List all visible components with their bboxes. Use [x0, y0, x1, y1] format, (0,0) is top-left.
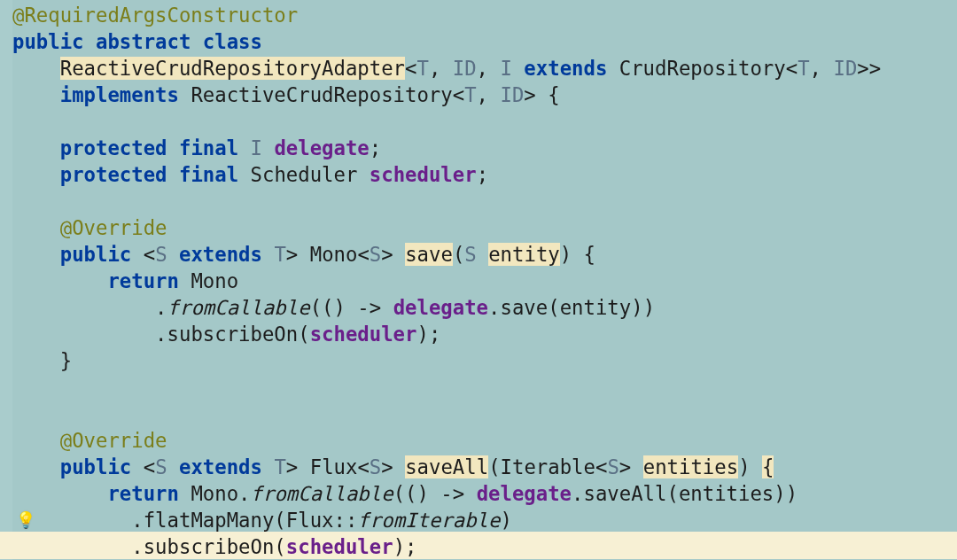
- keyword-extends: extends: [179, 243, 262, 266]
- paren-close: ): [416, 323, 428, 346]
- space: [393, 243, 405, 266]
- keyword-extends: extends: [524, 57, 607, 80]
- annotation: @Override: [60, 429, 167, 452]
- type-param: ID: [453, 57, 477, 80]
- paren-close: ): [774, 482, 785, 505]
- keyword-extends: extends: [179, 455, 262, 478]
- type-ref: Flux: [310, 455, 358, 478]
- type-param: ID: [500, 83, 524, 106]
- method-call: fromCallable: [167, 296, 310, 319]
- angle-open: <: [144, 243, 155, 266]
- type-param: S: [155, 455, 167, 478]
- paren-close: ): [500, 509, 511, 532]
- space: [751, 455, 762, 478]
- space: [262, 455, 274, 478]
- semicolon: ;: [405, 535, 416, 558]
- keyword-final: final: [179, 136, 238, 159]
- keyword-class: class: [203, 30, 262, 53]
- code-editor[interactable]: @RequiredArgsConstructor public abstract…: [12, 2, 881, 560]
- space: [440, 57, 452, 80]
- field-name: scheduler: [370, 163, 477, 186]
- space: [536, 83, 548, 106]
- param-name: entity: [488, 243, 560, 266]
- comma: ,: [810, 57, 821, 80]
- space: [262, 243, 274, 266]
- space: [821, 57, 833, 80]
- method-call: save: [501, 296, 549, 319]
- angle-close: >: [619, 455, 631, 478]
- method-name: save: [405, 243, 453, 266]
- angle-open: <: [144, 455, 155, 478]
- brace-open: {: [762, 455, 774, 478]
- paren-close: ): [631, 296, 642, 319]
- paren-open: (: [548, 296, 559, 319]
- type-param: S: [464, 243, 476, 266]
- comma: ,: [429, 57, 440, 80]
- type-ref: CrudRepository: [619, 57, 786, 80]
- dot: .: [488, 296, 500, 319]
- space: [488, 57, 500, 80]
- comma: ,: [477, 83, 488, 106]
- method-call: fromCallable: [251, 482, 393, 505]
- angle-open: <: [453, 83, 464, 106]
- param-name: entities: [643, 455, 738, 478]
- method-call: saveAll: [584, 482, 667, 505]
- space: [346, 296, 357, 319]
- method-ref-sep: ::: [334, 509, 358, 532]
- keyword-return: return: [107, 482, 179, 505]
- keyword-protected: protected: [60, 136, 167, 159]
- brace-open: {: [584, 243, 595, 266]
- angle-close: >: [381, 243, 393, 266]
- keyword-protected: protected: [60, 163, 167, 186]
- paren-open: (: [298, 323, 309, 346]
- type-param: T: [464, 83, 476, 106]
- field-ref: scheduler: [310, 323, 417, 346]
- angle-close: >: [381, 455, 393, 478]
- type-param: T: [274, 455, 285, 478]
- field-ref: delegate: [477, 482, 572, 505]
- angle-open: <: [357, 455, 369, 478]
- paren-open: (: [453, 243, 464, 266]
- annotation: @Override: [60, 216, 167, 239]
- dot: .: [155, 323, 167, 346]
- keyword-public: public: [60, 455, 132, 478]
- space: [179, 83, 191, 106]
- space: [393, 455, 405, 478]
- keyword-final: final: [179, 163, 238, 186]
- brace-open: {: [548, 83, 559, 106]
- keyword-public: public: [12, 30, 84, 53]
- arrow: ->: [357, 296, 381, 319]
- type-ref: I: [251, 136, 262, 159]
- paren-open: (: [274, 509, 285, 532]
- type-ref: Flux: [286, 509, 334, 532]
- angle-open: <: [405, 57, 416, 80]
- field-ref: scheduler: [286, 535, 393, 558]
- field-name: delegate: [274, 136, 369, 159]
- type-ref: Mono: [191, 482, 238, 505]
- space: [381, 296, 393, 319]
- type-param: T: [416, 57, 428, 80]
- method-call: subscribeOn: [144, 535, 275, 558]
- class-name: ReactiveCrudRepositoryAdapter: [60, 57, 405, 80]
- type-ref: Iterable: [501, 455, 595, 478]
- semicolon: ;: [370, 136, 381, 159]
- editor-gutter: [0, 0, 12, 560]
- keyword-implements: implements: [60, 83, 179, 106]
- type-param: T: [274, 243, 285, 266]
- type-ref: Mono: [191, 269, 238, 292]
- dot: .: [131, 535, 143, 558]
- space: [167, 243, 179, 266]
- dot: .: [155, 296, 167, 319]
- semicolon: ;: [477, 163, 488, 186]
- paren-close: ): [560, 243, 572, 266]
- type-param: S: [370, 243, 381, 266]
- type-ref: Mono: [310, 243, 358, 266]
- space: [464, 482, 476, 505]
- paren-close: ): [738, 455, 750, 478]
- param-ref: entities: [679, 482, 774, 505]
- method-name: saveAll: [405, 455, 488, 478]
- angle-open: <: [595, 455, 607, 478]
- type-param: S: [370, 455, 381, 478]
- paren-open: (: [274, 535, 285, 558]
- paren-close: ): [786, 482, 798, 505]
